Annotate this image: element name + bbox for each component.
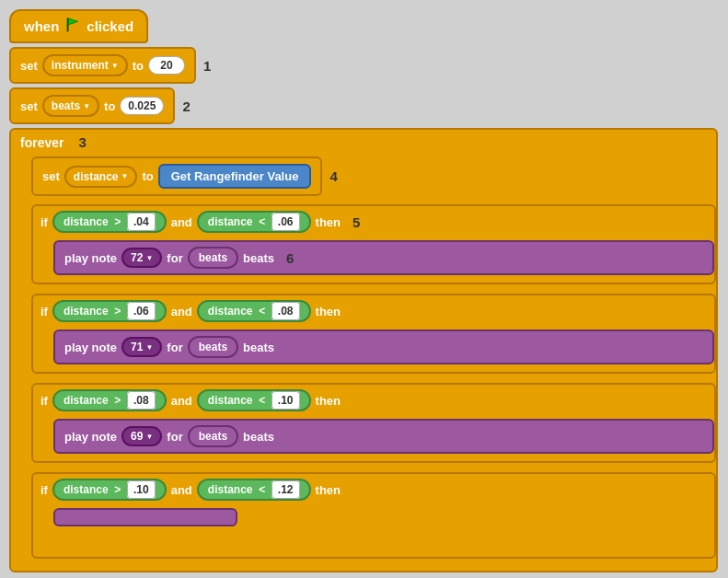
dist-label-4a: distance xyxy=(64,483,109,496)
hat-block[interactable]: when clicked xyxy=(9,9,148,43)
instrument-label: instrument xyxy=(52,59,109,72)
if-1-header: if distance > .04 and distance < .06 the… xyxy=(33,206,714,237)
if-label-2: if xyxy=(40,305,48,318)
to-label-2: to xyxy=(104,99,115,113)
val-2a[interactable]: .06 xyxy=(127,302,156,320)
forever-label: forever xyxy=(20,135,64,150)
condition-2-left[interactable]: distance > .06 xyxy=(52,300,167,322)
get-rangefinder-button[interactable]: Get Rangefinder Value xyxy=(158,164,312,189)
and-label-1: and xyxy=(171,215,192,229)
forever-header: forever 3 xyxy=(11,130,716,155)
to-label-1: to xyxy=(133,59,144,73)
note-arrow-2: ▼ xyxy=(145,343,153,352)
beats-label-2: beats xyxy=(52,99,80,112)
if-block-3[interactable]: if distance > .08 and distance < .10 the… xyxy=(31,383,716,463)
and-label-3: and xyxy=(171,394,192,408)
beats-oval-2: beats xyxy=(188,336,238,358)
beats-word-2: beats xyxy=(243,341,274,354)
and-label-4: and xyxy=(171,483,192,497)
block-num-5: 5 xyxy=(352,214,360,230)
dist-label-1a: distance xyxy=(64,215,109,228)
for-label-3: for xyxy=(167,430,182,444)
condition-2-right[interactable]: distance < .08 xyxy=(197,300,311,322)
play-note-1[interactable]: play note 72 ▼ for beats beats 6 xyxy=(53,240,714,275)
when-clicked-block[interactable]: when clicked xyxy=(9,9,718,43)
condition-3-left[interactable]: distance > .08 xyxy=(52,389,167,411)
instrument-arrow: ▼ xyxy=(111,62,119,70)
forever-block[interactable]: forever 3 set distance ▼ to Get Rangefin… xyxy=(9,128,718,572)
set-label-4: set xyxy=(42,169,60,183)
block-num-2: 2 xyxy=(182,98,190,114)
if-3-header: if distance > .08 and distance < .10 the… xyxy=(33,385,714,416)
when-label: when xyxy=(24,18,59,34)
beats-word-3: beats xyxy=(243,430,274,444)
condition-4-left[interactable]: distance > .10 xyxy=(52,479,167,501)
note-label-3: play note xyxy=(64,430,117,444)
play-note-4-partial[interactable] xyxy=(53,508,237,526)
svg-marker-0 xyxy=(68,18,78,31)
set-beats-block[interactable]: set beats ▼ to 0.025 2 xyxy=(9,87,718,124)
if-2-body: play note 71 ▼ for beats beats xyxy=(53,327,714,367)
beats-word-1: beats xyxy=(243,251,274,265)
set-distance-block[interactable]: set distance ▼ to Get Rangefinder Value … xyxy=(31,156,716,196)
block-num-3: 3 xyxy=(78,134,86,150)
dist-label-3a: distance xyxy=(64,394,109,407)
dist-label-2a: distance xyxy=(64,305,109,318)
to-label-4: to xyxy=(142,169,153,183)
then-label-3: then xyxy=(316,394,341,408)
if-4-header: if distance > .10 and distance < .12 the… xyxy=(33,474,714,505)
flag-icon xyxy=(64,17,81,36)
clicked-label: clicked xyxy=(87,18,133,34)
val-3a[interactable]: .08 xyxy=(127,391,156,410)
dist-label-4b: distance xyxy=(208,483,253,496)
dist-label-3b: distance xyxy=(208,394,253,407)
set-instrument-block-inner[interactable]: set instrument ▼ to 20 xyxy=(9,47,196,84)
set-distance-inner[interactable]: set distance ▼ to Get Rangefinder Value xyxy=(31,156,322,196)
note-arrow-3: ▼ xyxy=(145,433,153,441)
distance-dropdown-4[interactable]: distance ▼ xyxy=(64,166,138,188)
block-num-4: 4 xyxy=(329,168,337,184)
beats-oval-1: beats xyxy=(188,247,238,269)
then-label-4: then xyxy=(316,483,341,497)
forever-body: set distance ▼ to Get Rangefinder Value … xyxy=(31,155,716,565)
set-instrument-block[interactable]: set instrument ▼ to 20 1 xyxy=(9,47,718,84)
scratch-canvas: when clicked set instrument ▼ to 20 1 se… xyxy=(9,9,718,571)
val-3b[interactable]: .10 xyxy=(272,391,300,410)
if-block-4[interactable]: if distance > .10 and distance < .12 the… xyxy=(31,472,716,559)
if-block-1[interactable]: if distance > .04 and distance < .06 the… xyxy=(31,204,716,284)
play-note-3[interactable]: play note 69 ▼ for beats beats xyxy=(53,419,714,454)
set-label-2: set xyxy=(20,99,38,113)
for-label-1: for xyxy=(167,251,182,265)
note-val-2[interactable]: 71 ▼ xyxy=(121,337,162,357)
note-val-3[interactable]: 69 ▼ xyxy=(121,426,162,446)
note-val-1[interactable]: 72 ▼ xyxy=(121,248,162,268)
dist-label-2b: distance xyxy=(208,305,253,318)
block-num-1: 1 xyxy=(203,58,211,74)
val-1a[interactable]: .04 xyxy=(127,213,156,231)
val-4a[interactable]: .10 xyxy=(127,480,156,499)
condition-4-right[interactable]: distance < .12 xyxy=(197,479,311,501)
if-block-2[interactable]: if distance > .06 and distance < .08 the… xyxy=(31,294,716,374)
val-1b[interactable]: .06 xyxy=(272,213,300,231)
if-label-4: if xyxy=(40,483,48,497)
condition-3-right[interactable]: distance < .10 xyxy=(197,389,311,411)
if-4-body xyxy=(53,505,714,529)
set-label-1: set xyxy=(20,59,38,73)
val-2b[interactable]: .08 xyxy=(272,302,300,320)
beats-value[interactable]: 0.025 xyxy=(120,97,164,115)
for-label-2: for xyxy=(167,341,182,354)
block-num-6: 6 xyxy=(286,250,294,266)
distance-arrow-4: ▼ xyxy=(121,172,128,180)
instrument-value[interactable]: 20 xyxy=(148,56,185,75)
val-4b[interactable]: .12 xyxy=(272,480,300,499)
set-beats-block-inner[interactable]: set beats ▼ to 0.025 xyxy=(9,87,175,124)
then-label-2: then xyxy=(316,305,341,318)
beats-oval-3: beats xyxy=(188,425,238,447)
play-note-2[interactable]: play note 71 ▼ for beats beats xyxy=(53,329,714,364)
condition-1-left[interactable]: distance > .04 xyxy=(52,211,167,233)
instrument-dropdown[interactable]: instrument ▼ xyxy=(42,54,128,76)
note-label-1: play note xyxy=(64,251,117,265)
beats-dropdown[interactable]: beats ▼ xyxy=(42,95,99,117)
if-3-body: play note 69 ▼ for beats beats xyxy=(53,416,714,457)
condition-1-right[interactable]: distance < .06 xyxy=(197,211,311,233)
